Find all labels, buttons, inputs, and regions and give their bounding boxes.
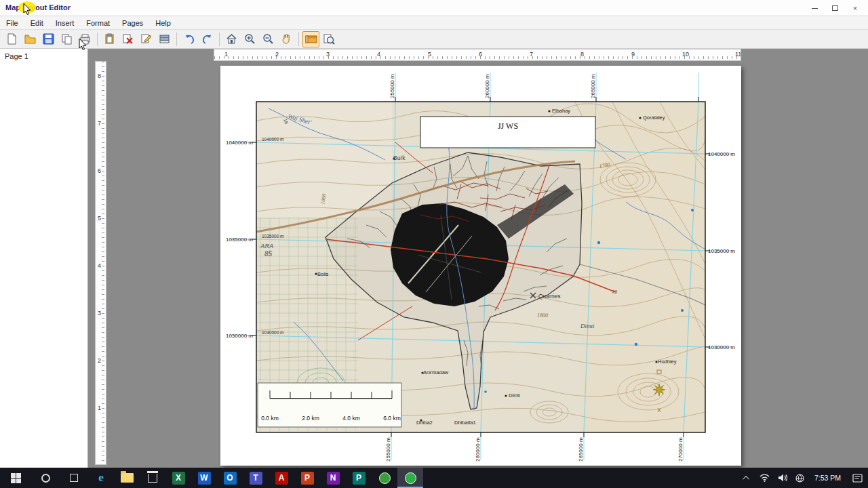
ruler-number: 4 [377, 51, 380, 58]
edit-button[interactable] [138, 31, 155, 47]
taskbar-app-word[interactable]: W [191, 468, 217, 488]
layout-page[interactable]: 1040000 m 1035000 m 1030000 m 1040000 m … [220, 66, 741, 466]
system-tray: 7:53 PM [738, 468, 868, 488]
taskbar-app-gis[interactable] [372, 468, 397, 488]
map-editor-icon [405, 472, 416, 484]
coord-label-top: 255000 m [389, 74, 395, 98]
label-dimti: Dimti [580, 323, 595, 329]
taskbar-app-publisher[interactable]: P [346, 468, 372, 488]
window-title: Map Layout Editor [5, 3, 71, 12]
search-button[interactable] [31, 468, 60, 488]
label-elbahay: Elbahay [552, 108, 570, 114]
grid-ruler-button[interactable] [302, 31, 319, 47]
new-document-button[interactable] [3, 31, 20, 47]
map-layout: 1040000 m 1035000 m 1030000 m 1040000 m … [220, 66, 741, 466]
zoom-selection-button[interactable] [321, 31, 338, 47]
outlook-icon: O [224, 472, 237, 485]
teams-icon: T [250, 472, 262, 485]
label-hodhley: Hodhley [658, 359, 677, 365]
coord-label-bottom: 260000 m [475, 437, 481, 462]
ruler-number: 4 [98, 262, 101, 269]
taskbar-app-teams[interactable]: T [243, 468, 269, 488]
ruler-number: 9 [631, 51, 635, 58]
taskbar-app-acrobat[interactable]: A [269, 468, 294, 488]
onenote-icon: N [327, 472, 340, 485]
maximize-button[interactable] [825, 0, 845, 16]
gis-app-icon [379, 472, 391, 484]
start-button[interactable] [0, 468, 31, 488]
menu-pages[interactable]: Pages [116, 17, 149, 29]
toolbar [0, 30, 868, 49]
print-button[interactable] [77, 31, 94, 47]
ruler-number: 3 [98, 310, 101, 317]
paste-button[interactable] [101, 31, 118, 47]
action-center-button[interactable] [846, 468, 868, 488]
clock[interactable]: 7:53 PM [809, 474, 846, 482]
coord-label-top: 260000 m [484, 74, 490, 98]
toolbar-separator [298, 33, 299, 46]
coord-label-left: 1030000 m [226, 333, 253, 339]
duplicate-page-button[interactable] [58, 31, 75, 47]
coord-label-left: 1040000 m [226, 140, 253, 146]
excel-icon: X [172, 472, 185, 485]
save-button[interactable] [40, 31, 57, 47]
language-button[interactable] [791, 468, 809, 488]
minimize-button[interactable] [804, 0, 825, 16]
layers-button[interactable] [156, 31, 173, 47]
ruler-number: 6 [479, 51, 482, 58]
label-contour-1800: 1800 [537, 312, 548, 319]
toolbar-separator [219, 33, 220, 46]
label-ara: ARA [260, 243, 274, 249]
taskbar-app-map-editor[interactable] [397, 468, 423, 488]
coord-label-right: 1035000 m [708, 248, 735, 254]
menu-bar: File Edit Insert Format Pages Help [0, 16, 868, 30]
click-highlight [18, 1, 36, 14]
menu-file[interactable]: File [0, 17, 24, 29]
publisher-icon: P [353, 472, 366, 485]
scalebar-label: 2.0 km [302, 415, 319, 422]
open-button[interactable] [22, 31, 39, 47]
taskbar-app-outlook[interactable]: O [217, 468, 243, 488]
toolbar-separator [97, 33, 98, 46]
pages-panel: Page 1 [0, 49, 88, 468]
menu-help[interactable]: Help [149, 17, 177, 29]
ruler-number: 11 [735, 51, 741, 58]
map-title-box[interactable]: JJ WS [420, 117, 595, 148]
network-button[interactable] [756, 468, 774, 488]
sidebar-item-page1[interactable]: Page 1 [0, 49, 87, 64]
file-explorer-icon [121, 473, 134, 483]
coord-label-bottom: 270000 m [677, 437, 684, 462]
delete-button[interactable] [119, 31, 136, 47]
ruler-number: 3 [326, 51, 330, 58]
taskbar-app-file-explorer[interactable] [114, 468, 140, 488]
menu-insert[interactable]: Insert [50, 17, 81, 29]
ruler-number: 2 [275, 51, 279, 58]
taskbar-app-excel[interactable]: X [165, 468, 191, 488]
zoom-in-button[interactable] [241, 31, 258, 47]
menu-format[interactable]: Format [80, 17, 116, 29]
menu-edit[interactable]: Edit [24, 17, 50, 29]
taskbar-app-edge[interactable]: e [88, 468, 114, 488]
zoom-out-button[interactable] [260, 31, 277, 47]
label-dhiba2: Dhiba2 [416, 420, 433, 426]
ruler-number: 10 [682, 51, 689, 58]
windows-logo-icon [11, 473, 21, 483]
speaker-icon [778, 474, 787, 482]
ruler-number: 8 [580, 51, 584, 58]
action-center-icon [852, 474, 863, 483]
volume-button[interactable] [774, 468, 791, 488]
undo-button[interactable] [180, 31, 197, 47]
powerpoint-icon: P [301, 472, 314, 485]
tray-overflow-button[interactable] [738, 468, 756, 488]
task-view-icon [70, 474, 78, 482]
taskbar-app-store[interactable] [140, 468, 165, 488]
task-view-button[interactable] [60, 468, 88, 488]
full-extent-button[interactable] [223, 31, 240, 47]
label-qorataley: Qorataley [643, 115, 665, 121]
taskbar-app-powerpoint[interactable]: P [294, 468, 320, 488]
redo-button[interactable] [199, 31, 216, 47]
taskbar-app-onenote[interactable]: N [320, 468, 346, 488]
pan-button[interactable] [278, 31, 295, 47]
close-button[interactable]: × [845, 0, 865, 16]
network-icon [760, 474, 770, 482]
